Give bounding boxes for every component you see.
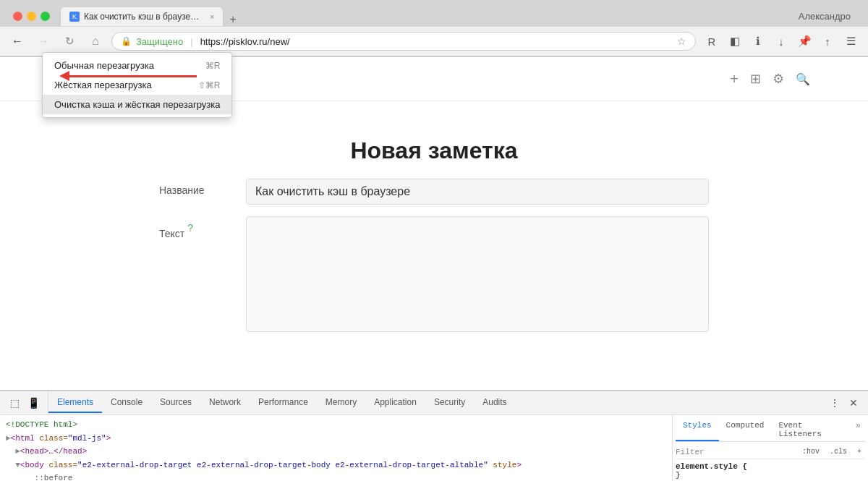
styles-tab-event-listeners[interactable]: Event Listeners	[771, 418, 851, 441]
code-line-body[interactable]: ▼<body class="e2-external-drop-target e2…	[0, 459, 672, 472]
filter-label: Filter	[676, 448, 799, 456]
forward-button[interactable]: →	[33, 31, 54, 51]
reload-dropdown-menu: Обычная перезагрузка ⌘R Жёсткая перезагр…	[42, 52, 232, 118]
tab-performance[interactable]: Performance	[250, 393, 317, 413]
styles-tab-styles[interactable]: Styles	[676, 418, 719, 441]
back-button[interactable]: ←	[7, 31, 27, 51]
sync-button[interactable]: ↑	[817, 31, 838, 51]
tab-console[interactable]: Console	[102, 393, 151, 413]
secure-icon: 🔒	[121, 36, 132, 46]
tab-label: Как очистить кэш в браузере	[84, 12, 200, 22]
bookmark-icon[interactable]: ☆	[677, 35, 686, 47]
devtools-toolbar: ⬚ 📱 Elements Console Sources Network Per…	[0, 391, 868, 415]
browser-tab[interactable]: K Как очистить кэш в браузере ×	[60, 7, 224, 26]
tab-strip: K Как очистить кэш в браузере × +	[57, 7, 787, 26]
search-action-icon[interactable]: 🔍	[796, 72, 810, 86]
dropdown-item-normal-reload[interactable]: Обычная перезагрузка ⌘R	[43, 56, 231, 75]
element-style-selector: element.style {	[676, 462, 865, 471]
tab-network[interactable]: Network	[200, 393, 250, 413]
tab-sources[interactable]: Sources	[151, 393, 200, 413]
styles-tab-bar: Styles Computed Event Listeners »	[676, 418, 865, 442]
menu-button[interactable]: ☰	[841, 31, 861, 51]
add-action-icon[interactable]: +	[730, 71, 739, 88]
account-label: Александро	[787, 11, 862, 22]
tab-memory[interactable]: Memory	[317, 393, 365, 413]
normal-reload-label: Обычная перезагрузка	[54, 60, 154, 71]
styles-tab-computed[interactable]: Computed	[719, 418, 772, 441]
gear-action-icon[interactable]: ⚙	[773, 71, 784, 87]
devtools-more-button[interactable]: ⋮	[826, 394, 843, 412]
home-button[interactable]: ⌂	[85, 31, 106, 51]
code-line-before: ::before	[0, 472, 672, 481]
name-label: Название	[159, 179, 246, 196]
styles-filter-row: Filter :hov .cls +	[676, 445, 865, 459]
download-button[interactable]: ↓	[771, 31, 791, 51]
url-text: https://pisklov.ru/new/	[200, 36, 290, 47]
element-style-rule: element.style { }	[676, 462, 865, 480]
info-button[interactable]: ℹ	[748, 31, 768, 51]
grid-action-icon[interactable]: ⊞	[750, 71, 761, 87]
close-button[interactable]	[13, 12, 22, 21]
window-controls	[6, 6, 57, 27]
tab-favicon: K	[69, 12, 80, 22]
toolbar-pin-button[interactable]: 📌	[794, 31, 814, 51]
element-style-close: }	[676, 471, 865, 480]
name-input[interactable]	[246, 179, 709, 205]
name-form-row: Название	[159, 179, 709, 205]
clear-cache-label: Очистка кэша и жёсткая перезагрузка	[54, 99, 220, 110]
page-title: Новая заметка	[58, 116, 810, 179]
tab-close-button[interactable]: ×	[210, 12, 214, 21]
code-line-head[interactable]: ►<head>…</head>	[0, 445, 672, 459]
secure-text: Защищено	[136, 36, 183, 47]
nav-actions: R ◧ ℹ ↓ 📌 ↑ ☰	[702, 31, 861, 51]
tab-audits[interactable]: Audits	[474, 393, 515, 413]
dom-tree-panel: <!DOCTYPE html> ►<html class="mdl-js"> ►…	[0, 415, 673, 481]
devtools-close-button[interactable]: ✕	[845, 394, 862, 412]
hard-reload-label: Жёсткая перезагрузка	[54, 80, 152, 90]
reading-mode-button[interactable]: R	[702, 31, 722, 51]
new-tab-button[interactable]: +	[224, 13, 242, 26]
pocket-button[interactable]: ◧	[725, 31, 745, 51]
inspect-element-button[interactable]: ⬚	[6, 394, 23, 412]
code-line-html[interactable]: ►<html class="mdl-js">	[0, 432, 672, 446]
code-line-doctype: <!DOCTYPE html>	[0, 418, 672, 432]
devtools-body: <!DOCTYPE html> ►<html class="mdl-js"> ►…	[0, 415, 868, 481]
header-actions: + ⊞ ⚙ 🔍	[730, 71, 810, 88]
page-body: Новая заметка Название Текст ?	[0, 101, 868, 358]
help-icon[interactable]: ?	[187, 222, 193, 234]
arrow-line	[67, 75, 197, 77]
text-textarea[interactable]	[246, 216, 709, 332]
tab-application[interactable]: Application	[365, 393, 425, 413]
styles-panel: Styles Computed Event Listeners » Filter…	[673, 415, 868, 481]
dropdown-item-hard-reload[interactable]: Жёсткая перезагрузка ⇧⌘R	[43, 75, 231, 95]
styles-more-button[interactable]: »	[851, 418, 865, 441]
tab-elements[interactable]: Elements	[48, 393, 102, 413]
form-area: Название Текст ?	[159, 179, 709, 332]
text-label: Текст	[159, 222, 184, 239]
maximize-button[interactable]	[41, 12, 50, 21]
add-style-btn[interactable]: +	[854, 446, 865, 457]
devtools-panel: ⬚ 📱 Elements Console Sources Network Per…	[0, 390, 868, 481]
minimize-button[interactable]	[27, 12, 36, 21]
filter-buttons: :hov .cls +	[799, 446, 865, 457]
hover-filter-btn[interactable]: :hov	[799, 446, 823, 457]
url-separator: |	[190, 36, 192, 47]
address-bar[interactable]: 🔒 Защищено | https://pisklov.ru/new/ ☆	[111, 32, 696, 51]
hard-reload-key: ⇧⌘R	[198, 80, 221, 90]
class-filter-btn[interactable]: .cls	[826, 446, 851, 457]
text-form-row: Текст ?	[159, 216, 709, 332]
reload-button[interactable]: ↻	[59, 31, 80, 51]
doctype-text: <!DOCTYPE html>	[6, 420, 77, 429]
device-mode-button[interactable]: 📱	[25, 394, 42, 412]
browser-chrome: K Как очистить кэш в браузере × + Алекса…	[0, 0, 868, 57]
dropdown-item-clear-cache[interactable]: Очистка кэша и жёсткая перезагрузка	[43, 95, 231, 114]
tab-security[interactable]: Security	[425, 393, 474, 413]
devtools-left-icons: ⬚ 📱	[0, 391, 48, 414]
devtools-tabs: Elements Console Sources Network Perform…	[48, 393, 820, 413]
normal-reload-key: ⌘R	[205, 61, 221, 71]
devtools-right-icons: ⋮ ✕	[820, 391, 868, 414]
